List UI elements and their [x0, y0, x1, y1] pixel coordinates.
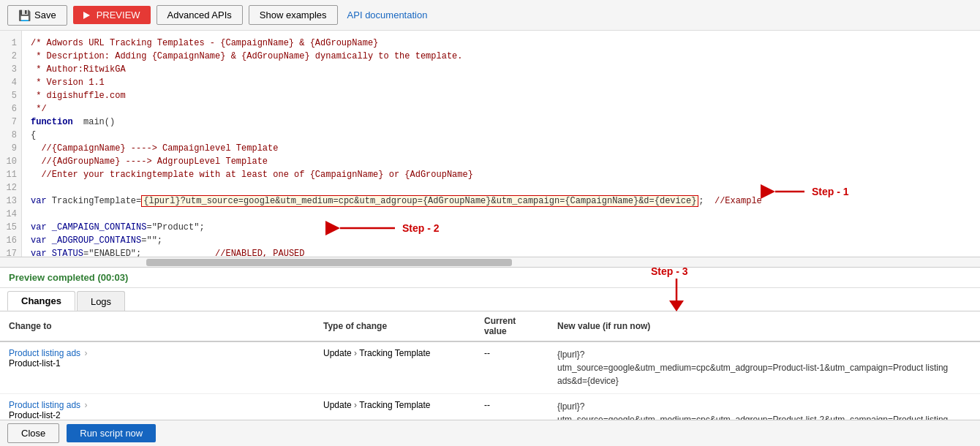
col-header-current: Current value [475, 311, 549, 341]
breadcrumb-sep-1: › [84, 348, 87, 358]
code-line-14 [31, 208, 971, 221]
toolbar: 💾 Save PREVIEW Advanced APIs Show exampl… [0, 0, 980, 31]
code-editor: 123456 789101112 13141516171819 /* Adwor… [0, 31, 980, 257]
type-text-2: Update › Tracking Template [323, 400, 431, 410]
code-line-16: var _ADGROUP_CONTAINS=""; [31, 234, 971, 247]
save-button[interactable]: 💾 Save [7, 5, 67, 26]
code-line-17: var STATUS="ENABLED"; //ENABLED, PAUSED [31, 247, 971, 257]
code-line-2: * Description: Adding {CampaignName} & {… [31, 50, 971, 63]
code-line-8: { [31, 129, 971, 142]
preview-button[interactable]: PREVIEW [73, 6, 151, 24]
type-cell-1: Update › Tracking Template [314, 341, 475, 394]
code-line-10: //{AdGroupName} ----> AdgroupLevel Templ… [31, 155, 971, 168]
code-line-7: function main() [31, 116, 971, 129]
breadcrumb-link-2[interactable]: Product listing ads [9, 400, 80, 410]
save-icon: 💾 [18, 10, 31, 21]
change-sub-1: Product-list-1 [9, 358, 61, 368]
preview-bar: Preview completed (00:03) [0, 268, 980, 288]
breadcrumb-sep-2: › [84, 400, 87, 410]
code-line-1: /* Adwords URL Tracking Templates - {Cam… [31, 37, 971, 50]
close-button[interactable]: Close [7, 423, 59, 443]
new-value-text-1: {lpurl}?utm_source=google&utm_medium=cpc… [557, 349, 948, 386]
play-icon [83, 12, 90, 19]
code-line-15: var _CAMPAIGN_CONTAINS="Product"; [31, 221, 971, 234]
table-row: Product listing ads › Product-list-1 Upd… [0, 341, 980, 394]
run-script-button[interactable]: Run script now [67, 424, 156, 442]
line-numbers: 123456 789101112 13141516171819 [0, 31, 22, 257]
code-line-11: //Enter your trackingtemplate with at le… [31, 168, 971, 181]
code-content[interactable]: /* Adwords URL Tracking Templates - {Cam… [22, 31, 980, 257]
col-header-type: Type of change [314, 311, 475, 341]
tabs-bar: Changes Logs [0, 288, 980, 311]
code-line-4: * Version 1.1 [31, 76, 971, 89]
scrollbar-thumb[interactable] [146, 259, 512, 266]
col-header-new: New value (if run now) [549, 311, 980, 341]
preview-status: Preview completed [9, 272, 95, 283]
breadcrumb-link-1[interactable]: Product listing ads [9, 348, 80, 358]
code-line-5: * digishuffle.com [31, 89, 971, 102]
change-sub-2: Product-list-2 [9, 410, 61, 420]
col-header-change: Change to [0, 311, 314, 341]
tab-logs[interactable]: Logs [77, 291, 125, 311]
code-line-9: //{CampaignName} ----> Campaignlevel Tem… [31, 142, 971, 155]
code-line-3: * Author:RitwikGA [31, 63, 971, 76]
advanced-apis-button[interactable]: Advanced APIs [157, 5, 243, 25]
code-line-12 [31, 181, 971, 194]
current-cell-1: -- [475, 341, 549, 394]
code-line-6: */ [31, 102, 971, 116]
api-documentation-link[interactable]: API documentation [344, 6, 431, 24]
preview-time: (00:03) [97, 272, 128, 283]
change-cell-1: Product listing ads › Product-list-1 [0, 341, 314, 394]
new-value-cell-1: {lpurl}?utm_source=google&utm_medium=cpc… [549, 341, 980, 394]
show-examples-button[interactable]: Show examples [249, 5, 338, 25]
horizontal-scrollbar[interactable] [0, 257, 980, 268]
code-line-13: var TrackingTemplate={lpurl}?utm_source=… [31, 194, 971, 208]
type-text-1: Update › Tracking Template [323, 348, 431, 358]
tab-changes[interactable]: Changes [7, 291, 75, 311]
bottom-bar: Close Run script now [0, 420, 980, 446]
